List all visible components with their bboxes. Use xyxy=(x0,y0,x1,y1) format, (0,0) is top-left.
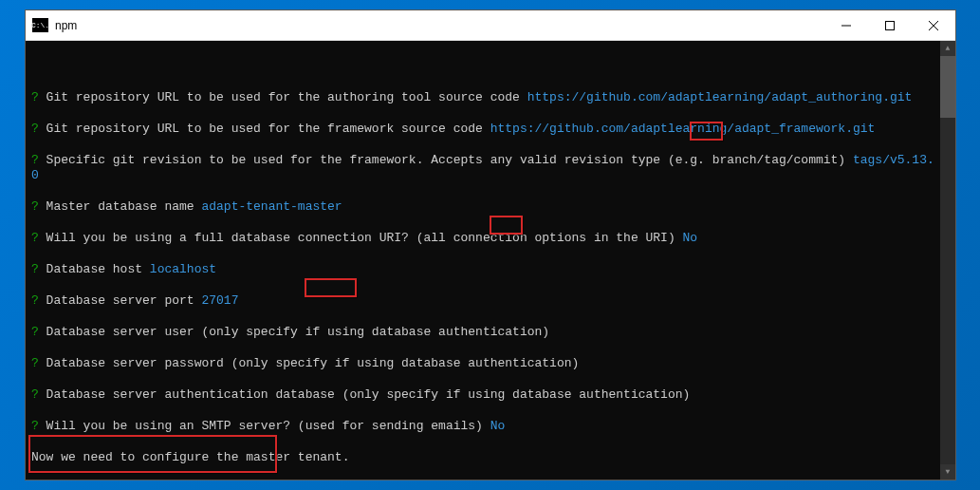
titlebar[interactable]: C:\. npm xyxy=(26,10,955,41)
minimize-button[interactable] xyxy=(824,10,868,40)
window-title: npm xyxy=(55,19,77,32)
answer-db-port: 27017 xyxy=(201,293,238,308)
prompt-db-authdb: Database server authentication database … xyxy=(46,387,691,402)
prompt-smtp: Will you be using an SMTP server? (used … xyxy=(46,419,490,433)
prompt-db-user: Database server user (only specify if us… xyxy=(46,325,550,339)
maximize-button[interactable] xyxy=(868,10,912,40)
svg-rect-1 xyxy=(886,21,895,29)
prompt-full-uri: Will you be using a full database connec… xyxy=(46,231,683,245)
titlebar-left: C:\. npm xyxy=(26,18,77,32)
terminal-area[interactable]: ? Git repository URL to be used for the … xyxy=(26,41,955,480)
prompt-db-port: Database server port xyxy=(46,293,202,308)
answer-smtp: No xyxy=(490,419,506,433)
prompt-authoring-url: Git repository URL to be used for the au… xyxy=(46,90,527,104)
prompt-framework-url: Git repository URL to be used for the fr… xyxy=(46,122,490,136)
prompt-git-revision: Specific git revision to be used for the… xyxy=(46,153,853,167)
scroll-thumb[interactable] xyxy=(940,56,955,118)
cmd-icon: C:\. xyxy=(32,18,48,32)
answer-full-uri: No xyxy=(683,231,698,245)
prompt-db-pass: Database server password (only specify i… xyxy=(46,356,580,370)
close-button[interactable] xyxy=(912,10,955,40)
scrollbar[interactable]: ▲ ▼ xyxy=(940,41,955,480)
answer-framework-url: https://github.com/adaptlearning/adapt_f… xyxy=(490,122,876,136)
prompt-master-db: Master database name xyxy=(46,199,202,214)
terminal-window: C:\. npm ? Git repository URL to be used… xyxy=(25,9,956,481)
msg-configure-tenant: Now we need to configure the master tena… xyxy=(31,450,934,466)
answer-master-db: adapt-tenant-master xyxy=(201,199,342,214)
terminal-content: ? Git repository URL to be used for the … xyxy=(31,74,950,480)
answer-db-host: localhost xyxy=(150,262,216,276)
answer-authoring-url: https://github.com/adaptlearning/adapt_a… xyxy=(527,90,913,104)
scroll-down-arrow[interactable]: ▼ xyxy=(940,464,955,480)
prompt-db-host: Database host xyxy=(46,262,150,276)
scroll-up-arrow[interactable]: ▲ xyxy=(940,41,955,56)
window-controls xyxy=(824,10,955,40)
